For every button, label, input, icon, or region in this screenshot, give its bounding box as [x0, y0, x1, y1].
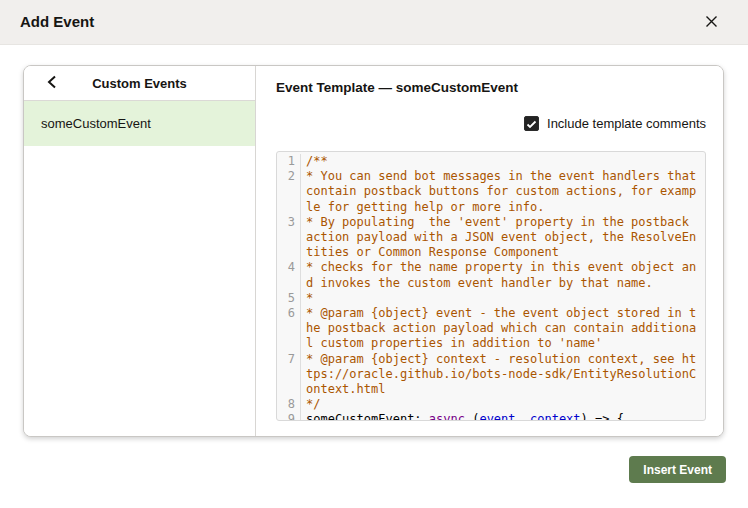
code-line-text: * [301, 291, 698, 306]
code-line-text: * @param {object} event - the event obje… [301, 306, 698, 352]
line-number: 3 [277, 215, 301, 261]
code-line-text: /** [301, 154, 698, 169]
code-line: 8*/ [277, 397, 705, 412]
back-button[interactable] [38, 66, 66, 101]
line-number: 4 [277, 260, 301, 290]
include-comments-row: Include template comments [276, 116, 706, 131]
code-line-text: * You can send bot messages in the event… [301, 169, 698, 215]
code-line-text: * By populating the 'event' property in … [301, 215, 698, 261]
code-line-text: someCustomEvent: async (event, context) … [301, 412, 698, 421]
close-button[interactable] [700, 12, 722, 34]
code-line: 2* You can send bot messages in the even… [277, 169, 705, 215]
line-number: 2 [277, 169, 301, 215]
template-title: Event Template — someCustomEvent [276, 80, 706, 95]
include-comments-label: Include template comments [547, 116, 706, 131]
code-line: 1/** [277, 154, 705, 169]
list-item-someCustomEvent[interactable]: someCustomEvent [24, 101, 255, 146]
line-number: 5 [277, 291, 301, 306]
code-line-text: */ [301, 397, 698, 412]
chevron-left-icon [47, 75, 57, 92]
code-line-text: * checks for the name property in this e… [301, 260, 698, 290]
line-number: 9 [277, 412, 301, 421]
event-item-label: someCustomEvent [41, 116, 151, 131]
add-event-card: Custom Events someCustomEvent Event Temp… [23, 65, 724, 437]
code-lines: 1/**2* You can send bot messages in the … [277, 154, 705, 421]
line-number: 7 [277, 352, 301, 398]
code-line: 5* [277, 291, 705, 306]
line-number: 1 [277, 154, 301, 169]
code-line: 3* By populating the 'event' property in… [277, 215, 705, 261]
custom-events-header: Custom Events [24, 66, 255, 101]
code-line-text: * @param {object} context - resolution c… [301, 352, 698, 398]
custom-events-panel: Custom Events someCustomEvent [24, 66, 256, 436]
line-number: 6 [277, 306, 301, 352]
code-line: 9someCustomEvent: async (event, context)… [277, 412, 705, 421]
code-line: 4* checks for the name property in this … [277, 260, 705, 290]
dialog-header: Add Event [0, 0, 748, 45]
include-comments-checkbox[interactable] [524, 116, 539, 131]
line-number: 8 [277, 397, 301, 412]
code-editor[interactable]: 1/**2* You can send bot messages in the … [276, 151, 706, 421]
code-line: 6* @param {object} event - the event obj… [277, 306, 705, 352]
close-icon [705, 15, 718, 31]
code-line: 7* @param {object} context - resolution … [277, 352, 705, 398]
insert-event-button[interactable]: Insert Event [629, 456, 726, 483]
dialog-title: Add Event [20, 13, 94, 30]
check-icon [526, 115, 537, 133]
event-template-panel: Event Template — someCustomEvent Include… [256, 66, 723, 436]
panel-title: Custom Events [92, 76, 187, 91]
